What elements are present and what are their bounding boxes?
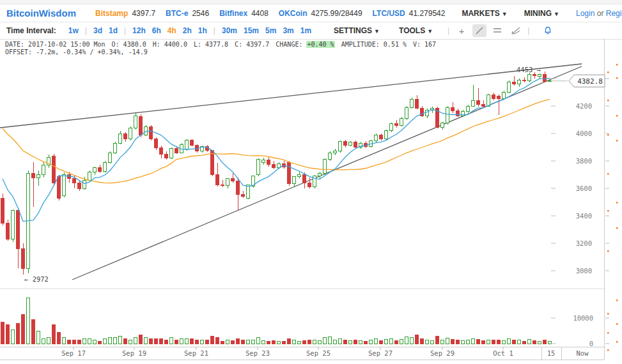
interval-2h[interactable]: 2h [183, 26, 192, 35]
crosshair-icon[interactable]: + [455, 24, 469, 37]
volume-bar [231, 340, 235, 344]
interval-30m[interactable]: 30m [222, 26, 237, 35]
interval-1w[interactable]: 1w [68, 26, 79, 35]
interval-12h[interactable]: 12h [132, 26, 146, 35]
interval-6h[interactable]: 6h [152, 26, 161, 35]
candle [1, 198, 4, 224]
candle [339, 142, 342, 151]
tools-menu[interactable]: TOOLS▼ [399, 26, 433, 35]
volume-bar [308, 340, 311, 344]
candle [165, 154, 168, 158]
ohlc-line: DATE: 2017-10-02 15:00 MonO: 4380.0H: 44… [5, 41, 442, 49]
volume-bar [288, 338, 291, 344]
volume-bar [492, 340, 495, 344]
volume-bar [395, 340, 398, 344]
volume-bar [293, 340, 296, 344]
price-tick-label: 4200 [576, 102, 592, 110]
candle [58, 177, 61, 198]
interval-1h[interactable]: 1h [198, 26, 207, 35]
candle [318, 173, 322, 176]
candle [497, 96, 501, 98]
candle [467, 106, 470, 112]
settings-menu[interactable]: SETTINGS▼ [334, 26, 380, 35]
volume-bar [462, 340, 465, 344]
volume-bar [446, 338, 449, 344]
header-right: MARKETS▼ MINING▼ Login or Register [445, 9, 622, 18]
trade-dots [607, 64, 618, 351]
horizontal-lines-icon[interactable] [490, 24, 504, 37]
candle [170, 149, 173, 158]
chevron-down-icon: ▼ [502, 11, 508, 17]
markets-menu[interactable]: MARKETS▼ [462, 9, 507, 18]
register-link[interactable]: Register [606, 9, 622, 18]
volume-bar [190, 339, 194, 344]
chevron-down-icon: ▼ [374, 28, 380, 34]
candle [272, 164, 276, 167]
candle [492, 95, 495, 98]
candle [303, 175, 306, 183]
volume-bar [252, 340, 255, 344]
candle [12, 210, 15, 239]
candle [221, 185, 224, 186]
candles [1, 72, 552, 275]
ticker-okcoin[interactable]: OKCoin4275.99/28449 [279, 9, 362, 18]
volume-bar [17, 324, 20, 344]
candle [226, 179, 229, 186]
candle [139, 116, 143, 135]
volume-bar [88, 339, 91, 344]
candle [523, 80, 526, 80]
candle [329, 153, 332, 160]
ticker-bitfinex[interactable]: Bitfinex4408 [219, 9, 268, 18]
candle [482, 105, 485, 106]
interval-3d[interactable]: 3d [93, 26, 102, 35]
candle [78, 183, 81, 188]
candle [104, 162, 107, 171]
trendline-icon[interactable] [472, 24, 486, 37]
candle [114, 143, 117, 153]
candlestick-chart[interactable]: 4400420040003800360034003200300010000043… [0, 38, 622, 364]
volume-bar [283, 341, 286, 344]
volume-bar [160, 339, 163, 344]
interval-5m[interactable]: 5m [265, 26, 276, 35]
volume-bar [119, 336, 122, 344]
candle [124, 133, 127, 139]
candle [32, 173, 35, 178]
ticker-ltc-usd[interactable]: LTC/USD41.279542 [373, 9, 446, 18]
price-tick-label: 3800 [576, 157, 592, 165]
ray-tool-icon[interactable] [508, 24, 522, 37]
volume-bar [431, 340, 434, 344]
volume-bar [42, 338, 45, 344]
interval-15m[interactable]: 15m [244, 26, 259, 35]
candle [298, 175, 301, 177]
candle [242, 195, 245, 197]
candle [98, 168, 102, 171]
ticker-btc-e[interactable]: BTC-e2546 [166, 9, 209, 18]
candle [344, 142, 347, 145]
volume-bar [421, 338, 424, 344]
volume-bar [456, 340, 460, 344]
candle [52, 156, 56, 183]
volume-bar [518, 340, 521, 344]
ticker-bitstamp[interactable]: Bitstamp4397.7 [95, 9, 155, 18]
interval-1m[interactable]: 1m [300, 26, 311, 35]
interval-1d[interactable]: 1d [109, 26, 118, 35]
volume-bar [206, 340, 209, 344]
volume-tick-label: 10000 [573, 314, 593, 322]
alert-bell-icon[interactable] [543, 26, 553, 36]
separator: | [124, 26, 126, 35]
candle [190, 140, 194, 146]
login-link[interactable]: Login [576, 9, 595, 18]
interval-3m[interactable]: 3m [283, 26, 293, 35]
site-logo[interactable]: BitcoinWisdom [6, 8, 76, 19]
volume-bar [390, 338, 393, 344]
volume-bar [165, 340, 168, 344]
interval-4h[interactable]: 4h [167, 26, 176, 35]
volume-bar [416, 335, 419, 344]
volume-bar [339, 338, 342, 344]
separator: | [85, 26, 87, 35]
volume-bar [242, 340, 245, 344]
candle [472, 100, 475, 106]
chart-toolbar: Time Interval: 1w|3d1d|12h6h4h2h1h|30m15… [0, 22, 622, 40]
mining-menu[interactable]: MINING▼ [524, 9, 559, 18]
ohlc-info-bar: DATE: 2017-10-02 15:00 MonO: 4380.0H: 44… [5, 41, 442, 56]
